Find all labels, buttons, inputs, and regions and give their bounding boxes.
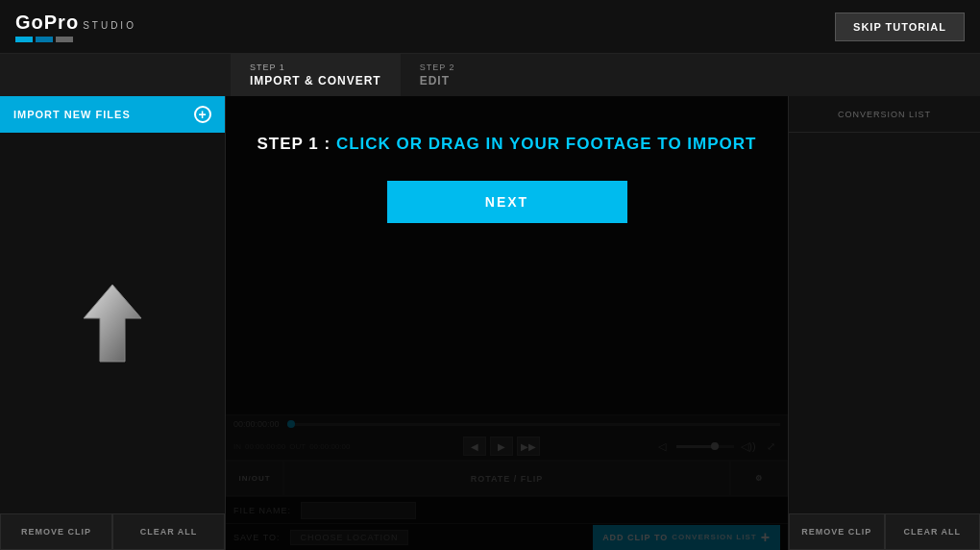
tab-import-convert[interactable]: STEP 1 IMPORT & CONVERT [231,54,401,96]
step2-name: EDIT [420,74,455,88]
import-plus-icon: + [194,106,211,123]
clear-all-button-left[interactable]: CLEAR ALL [112,513,225,550]
step1-num: STEP 1 [250,62,381,72]
step2-num: STEP 2 [420,62,455,72]
conversion-list-content [789,133,980,513]
clear-all-button-right[interactable]: CLEAR ALL [885,513,981,550]
sidebar-content [0,133,225,513]
tutorial-overlay: STEP 1 : CLICK OR DRAG IN YOUR FOOTAGE T… [226,96,788,550]
logo-product: STUDIO [83,20,136,31]
logo: GoPro STUDIO [15,12,136,42]
logo-bars [15,37,136,42]
remove-clip-button-left[interactable]: REMOVE CLIP [0,513,112,550]
right-sidebar: CONVERSION LIST REMOVE CLIP CLEAR ALL [788,96,980,550]
conversion-list-header: CONVERSION LIST [789,96,980,133]
left-sidebar: IMPORT NEW FILES + REMOVE CLIP CLEAR ALL [0,96,226,550]
logo-bar-3 [56,37,73,42]
right-bottom-controls: REMOVE CLIP CLEAR ALL [789,513,980,550]
conversion-list-label: CONVERSION LIST [838,110,931,119]
tutorial-step-prefix: STEP 1 : [257,135,331,153]
logo-brand: GoPro [15,12,79,34]
main-layout: IMPORT NEW FILES + REMOVE CLIP CLEAR ALL [0,96,980,550]
next-button[interactable]: NEXT [387,181,627,223]
logo-bar-1 [15,37,33,42]
app-header: GoPro STUDIO SKIP TUTORIAL [0,0,980,54]
skip-tutorial-button[interactable]: SKIP TUTORIAL [835,12,965,41]
sidebar-bottom-controls: REMOVE CLIP CLEAR ALL [0,513,225,550]
remove-clip-button-right[interactable]: REMOVE CLIP [789,513,885,550]
step1-name: IMPORT & CONVERT [250,74,381,88]
step-tabs: STEP 1 IMPORT & CONVERT STEP 2 EDIT [0,54,980,96]
tutorial-instruction: STEP 1 : CLICK OR DRAG IN YOUR FOOTAGE T… [257,135,757,154]
import-new-files-button[interactable]: IMPORT NEW FILES + [0,96,225,133]
upload-arrow-icon [79,280,146,366]
tab-edit[interactable]: STEP 2 EDIT [401,54,475,96]
logo-bar-2 [36,37,53,42]
svg-marker-0 [84,285,141,362]
import-label: IMPORT NEW FILES [13,109,131,120]
center-area: STEP 1 : CLICK OR DRAG IN YOUR FOOTAGE T… [226,96,788,550]
tutorial-step-text: CLICK OR DRAG IN YOUR FOOTAGE TO IMPORT [331,135,756,153]
